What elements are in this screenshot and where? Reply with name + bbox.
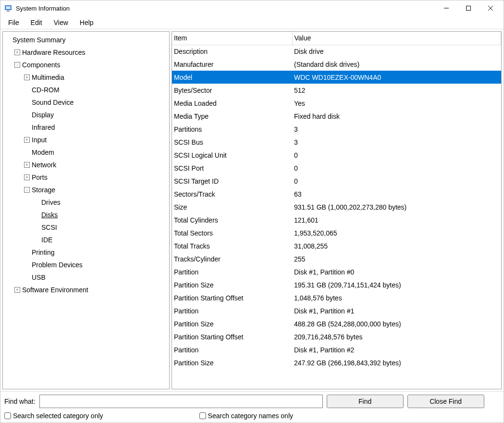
tree-item[interactable]: +Ports <box>3 171 169 184</box>
cell-item: Tracks/Cylinder <box>172 252 292 265</box>
collapse-icon[interactable]: - <box>14 62 20 68</box>
cell-value: 0 <box>292 149 501 162</box>
cell-item: Bytes/Sector <box>172 84 292 97</box>
find-button[interactable]: Find <box>327 395 404 408</box>
tree-item-label: Problem Devices <box>32 261 83 269</box>
table-row[interactable]: Partition Size247.92 GB (266,198,843,392… <box>172 356 501 369</box>
table-row[interactable]: SCSI Port0 <box>172 162 501 174</box>
tree-item[interactable]: SCSI <box>3 221 169 234</box>
col-item[interactable]: Item <box>172 32 292 45</box>
svg-rect-1 <box>6 6 11 9</box>
tree-item[interactable]: USB <box>3 271 169 284</box>
cell-value: 247.92 GB (266,198,843,392 bytes) <box>292 356 501 369</box>
tree-spacer <box>24 249 30 255</box>
maximize-button[interactable] <box>457 0 479 16</box>
tree-spacer <box>34 224 39 230</box>
table-row[interactable]: Bytes/Sector512 <box>172 84 501 97</box>
table-row[interactable]: PartitionDisk #1, Partition #2 <box>172 343 501 356</box>
cell-value: 3 <box>292 123 501 136</box>
cell-item: Media Loaded <box>172 97 292 110</box>
collapse-icon[interactable]: - <box>24 187 30 193</box>
tree-item[interactable]: +Network <box>3 159 169 171</box>
findbar: Find what: Find Close Find Search select… <box>0 391 504 423</box>
col-value[interactable]: Value <box>292 32 501 45</box>
table-row[interactable]: Total Cylinders121,601 <box>172 213 501 226</box>
table-row[interactable]: Partition Size195.31 GB (209,714,151,424… <box>172 278 501 291</box>
tree-item[interactable]: -Components <box>3 59 169 71</box>
find-input[interactable] <box>39 395 323 408</box>
tree-item[interactable]: +Hardware Resources <box>3 46 169 59</box>
cell-value: (Standard disk drives) <box>292 58 501 71</box>
table-row[interactable]: Total Sectors1,953,520,065 <box>172 226 501 239</box>
search-category-checkbox[interactable]: Search category names only <box>199 412 293 420</box>
tree-item[interactable]: +Input <box>3 134 169 146</box>
search-selected-checkbox[interactable]: Search selected category only <box>4 412 103 420</box>
tree-item[interactable]: Disks <box>3 209 169 221</box>
tree-item-label: Ports <box>32 174 48 181</box>
menu-file[interactable]: File <box>2 17 25 28</box>
tree-item[interactable]: +Multimedia <box>3 71 169 84</box>
table-row[interactable]: Partition Starting Offset209,716,248,576… <box>172 330 501 343</box>
tree-item[interactable]: Display <box>3 109 169 121</box>
cell-item: Size <box>172 200 292 213</box>
tree-item-label: CD-ROM <box>32 86 60 94</box>
tree-item[interactable]: Problem Devices <box>3 259 169 271</box>
cell-value: Disk #1, Partition #0 <box>292 265 501 278</box>
table-row[interactable]: SCSI Logical Unit0 <box>172 149 501 162</box>
tree-item[interactable]: Infrared <box>3 121 169 134</box>
expand-icon[interactable]: + <box>24 137 30 143</box>
expand-icon[interactable]: + <box>24 162 30 168</box>
table-row[interactable]: Partition Starting Offset1,048,576 bytes <box>172 291 501 304</box>
tree-item-label: Components <box>22 61 60 69</box>
tree-item-label: Input <box>32 136 47 144</box>
table-row[interactable]: PartitionDisk #1, Partition #1 <box>172 304 501 317</box>
table-row[interactable]: Size931.51 GB (1,000,202,273,280 bytes) <box>172 200 501 213</box>
tree-item[interactable]: -Storage <box>3 184 169 196</box>
tree-item[interactable]: Printing <box>3 246 169 259</box>
table-row[interactable]: Total Tracks31,008,255 <box>172 239 501 252</box>
tree-item-label: Software Environment <box>22 286 88 294</box>
tree-item-label: Printing <box>32 249 54 256</box>
tree-item[interactable]: Modem <box>3 146 169 159</box>
tree-item[interactable]: Sound Device <box>3 96 169 109</box>
details-pane[interactable]: Item Value DescriptionDisk driveManufact… <box>172 31 502 389</box>
menu-help[interactable]: Help <box>74 17 99 28</box>
expand-icon[interactable]: + <box>14 287 20 293</box>
titlebar: System Information <box>0 0 504 16</box>
cell-value: Yes <box>292 97 501 110</box>
table-row[interactable]: DescriptionDisk drive <box>172 45 501 58</box>
tree-item-label: Hardware Resources <box>22 49 86 56</box>
table-row[interactable]: ModelWDC WD10EZEX-00WN4A0 <box>172 71 501 84</box>
tree-item-label: USB <box>32 274 46 281</box>
table-row[interactable]: Sectors/Track63 <box>172 187 501 200</box>
table-row[interactable]: Media TypeFixed hard disk <box>172 110 501 123</box>
cell-item: SCSI Bus <box>172 136 292 149</box>
tree-item-label: Drives <box>41 199 61 206</box>
table-row[interactable]: Partitions3 <box>172 123 501 136</box>
table-row[interactable]: PartitionDisk #1, Partition #0 <box>172 265 501 278</box>
close-button[interactable] <box>479 0 502 16</box>
tree-item[interactable]: Drives <box>3 196 169 209</box>
minimize-button[interactable] <box>435 0 457 16</box>
expand-icon[interactable]: + <box>14 50 20 55</box>
tree-item[interactable]: CD-ROM <box>3 84 169 96</box>
close-find-button[interactable]: Close Find <box>407 395 484 408</box>
table-row[interactable]: SCSI Bus3 <box>172 136 501 149</box>
tree-view[interactable]: System Summary+Hardware Resources-Compon… <box>2 31 170 389</box>
tree-item[interactable]: IDE <box>3 234 169 246</box>
expand-icon[interactable]: + <box>24 75 30 80</box>
tree-spacer <box>5 37 11 43</box>
tree-item[interactable]: System Summary <box>3 34 169 46</box>
menu-edit[interactable]: Edit <box>25 17 48 28</box>
cell-value: Fixed hard disk <box>292 110 501 123</box>
table-row[interactable]: Tracks/Cylinder255 <box>172 252 501 265</box>
table-row[interactable]: SCSI Target ID0 <box>172 174 501 187</box>
tree-item-label: Network <box>32 161 56 169</box>
table-row[interactable]: Media LoadedYes <box>172 97 501 110</box>
expand-icon[interactable]: + <box>24 174 30 180</box>
table-row[interactable]: Manufacturer(Standard disk drives) <box>172 58 501 71</box>
menu-view[interactable]: View <box>48 17 74 28</box>
tree-spacer <box>24 100 30 105</box>
table-row[interactable]: Partition Size488.28 GB (524,288,000,000… <box>172 317 501 330</box>
tree-item[interactable]: +Software Environment <box>3 284 169 296</box>
